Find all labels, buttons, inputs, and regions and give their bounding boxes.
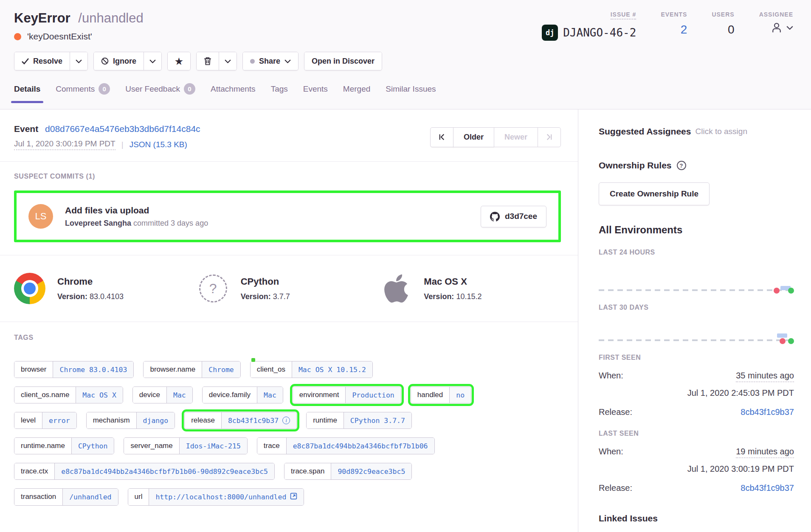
tag-value-link[interactable]: e8c87ba1dc494bb2a4346bcfbf7b1b06-90d892c…: [54, 463, 274, 479]
tag-value-link[interactable]: no: [449, 387, 471, 403]
latest-page-button[interactable]: [538, 127, 561, 147]
stat-events: EVENTS 2: [661, 11, 687, 41]
share-button[interactable]: Share: [243, 52, 298, 70]
open-in-discover-button[interactable]: Open in Discover: [304, 52, 382, 70]
issue-stats: ISSUE # dj DJANGO-46-2 EVENTS 2 USERS 0 …: [542, 11, 796, 41]
tags-heading: TAGS: [14, 334, 564, 342]
tag-value-link[interactable]: Mac OS X: [76, 387, 122, 403]
commit-sha-button[interactable]: d3d7cee: [481, 206, 546, 227]
help-icon[interactable]: [677, 161, 686, 170]
tab-similar-issues[interactable]: Similar Issues: [386, 83, 436, 102]
tag-value-link[interactable]: Mac: [166, 387, 192, 403]
context-name: Mac OS X: [424, 276, 482, 287]
when-label: When:: [599, 371, 623, 381]
tag-runtime.name: runtime.nameCPython: [14, 437, 114, 454]
comments-count-badge: 0: [99, 83, 110, 95]
tab-merged[interactable]: Merged: [343, 83, 370, 102]
event-pagination: Older Newer: [430, 127, 561, 147]
tag-value-link[interactable]: Chrome: [202, 361, 240, 378]
tab-events[interactable]: Events: [303, 83, 328, 102]
tag-row: runtime.nameCPythonserver_nameIdos-iMac-…: [14, 437, 564, 454]
delete-dropdown-button[interactable]: [219, 52, 237, 70]
first-seen-block: FIRST SEEN When: 35 minutes ago Jul 1, 2…: [599, 354, 794, 417]
tag-value-link[interactable]: CPython 3.7.7: [344, 412, 411, 428]
tag-value-link[interactable]: 90d892c9eace3bc5: [331, 463, 411, 479]
create-ownership-rule-button[interactable]: Create Ownership Rule: [599, 182, 710, 205]
tab-attachments[interactable]: Attachments: [211, 83, 256, 102]
tag-value-link[interactable]: Mac: [257, 387, 283, 403]
users-count[interactable]: 0: [728, 23, 735, 36]
tag-key: browser.name: [144, 361, 202, 378]
red-dot-marker: [780, 338, 786, 344]
resolve-dropdown-button[interactable]: [70, 52, 87, 70]
event-id-link[interactable]: d08d7667e4a5476eb3b3db6d7f14c84c: [45, 124, 200, 134]
tab-user-feedback[interactable]: User Feedback0: [125, 83, 195, 102]
older-event-button[interactable]: Older: [453, 127, 494, 147]
events-label: EVENTS: [661, 11, 687, 18]
issue-number-label[interactable]: ISSUE #: [611, 11, 636, 20]
tab-comments[interactable]: Comments0: [56, 83, 110, 102]
context-runtime: CPython Version: 3.7.7: [197, 272, 381, 305]
event-json-link[interactable]: JSON (15.3 KB): [130, 140, 187, 149]
tag-value-link[interactable]: 8cb43f1c9b37: [221, 412, 296, 428]
users-label: USERS: [712, 11, 734, 18]
tab-details[interactable]: Details: [14, 83, 40, 102]
delete-button[interactable]: [197, 52, 219, 70]
tag-value-link[interactable]: Production: [345, 387, 400, 403]
tag-key: release: [185, 412, 221, 428]
issue-sidebar: Suggested Assignees Click to assign Owne…: [578, 109, 811, 532]
tag-row: trace.ctxe8c87ba1dc494bb2a4346bcfbf7b1b0…: [14, 463, 564, 480]
event-timestamp[interactable]: Jul 1, 2020 3:00:19 PM PDT: [14, 139, 115, 150]
tab-tags[interactable]: Tags: [271, 83, 288, 102]
github-icon: [490, 212, 500, 221]
error-message: 'keyDoesntExist': [27, 31, 92, 42]
stat-assignee: ASSIGNEE: [759, 11, 793, 41]
last-seen-label: LAST SEEN: [599, 430, 794, 437]
trash-icon: [204, 57, 211, 65]
tag-value-link[interactable]: http://localhost:8000/unhandled: [149, 489, 304, 505]
tag-environment: environmentProduction: [293, 386, 401, 403]
feedback-count-badge: 0: [184, 83, 195, 95]
issue-short-id: DJANGO-46-2: [563, 26, 636, 39]
tag-value-link[interactable]: /unhandled: [62, 489, 118, 505]
ignore-button[interactable]: Ignore: [94, 52, 144, 70]
tag-value-link[interactable]: e8c87ba1dc494bb2a4346bcfbf7b1b06: [286, 438, 434, 454]
tag-server_name: server_nameIdos-iMac-215: [124, 437, 247, 454]
first-seen-release-link[interactable]: 8cb43f1c9b37: [741, 407, 794, 417]
last-seen-release-link[interactable]: 8cb43f1c9b37: [741, 483, 794, 493]
events-count[interactable]: 2: [681, 23, 687, 36]
error-level-dot: [14, 33, 21, 40]
meta-separator: |: [121, 140, 124, 149]
tag-value-link[interactable]: Chrome 83.0.4103: [53, 361, 133, 378]
tag-value-link[interactable]: Idos-iMac-215: [179, 438, 247, 454]
last-seen-relative[interactable]: 19 minutes ago: [736, 447, 794, 458]
assignee-dropdown[interactable]: [770, 21, 793, 34]
assignee-person-icon: [770, 21, 783, 34]
tag-key: mechanism: [87, 412, 136, 428]
context-version: 3.7.7: [273, 292, 290, 301]
tag-value-link[interactable]: django: [136, 412, 175, 428]
tag-key: trace: [257, 438, 286, 454]
green-marker-dot: [251, 358, 255, 362]
red-dot-marker: [774, 288, 780, 294]
tag-row: transaction/unhandledurlhttp://localhost…: [14, 488, 564, 506]
tag-value-link[interactable]: CPython: [71, 438, 114, 454]
newer-event-button[interactable]: Newer: [494, 127, 538, 147]
first-seen-absolute: Jul 1, 2020 2:45:03 PM PDT: [599, 388, 794, 398]
tag-key: server_name: [124, 438, 179, 454]
tag-value-link[interactable]: Mac OS X 10.15.2: [292, 361, 372, 378]
context-name: CPython: [241, 276, 290, 287]
oldest-event-button[interactable]: [430, 127, 453, 147]
ignore-dropdown-button[interactable]: [144, 52, 161, 70]
resolve-button[interactable]: Resolve: [14, 52, 70, 70]
tag-value-link[interactable]: error: [42, 412, 76, 428]
tag-transaction: transaction/unhandled: [14, 488, 118, 506]
tag-key: device.family: [203, 387, 257, 403]
bookmark-star-button[interactable]: ★: [168, 52, 190, 70]
first-seen-relative[interactable]: 35 minutes ago: [736, 371, 794, 382]
tag-key: url: [128, 489, 149, 505]
suspect-commits-section: SUSPECT COMMITS (1) LS Add files via upl…: [0, 162, 578, 255]
last-30d-label: LAST 30 DAYS: [599, 304, 794, 311]
last-24h-sparkline: [599, 256, 793, 291]
tag-url: urlhttp://localhost:8000/unhandled: [128, 488, 304, 506]
